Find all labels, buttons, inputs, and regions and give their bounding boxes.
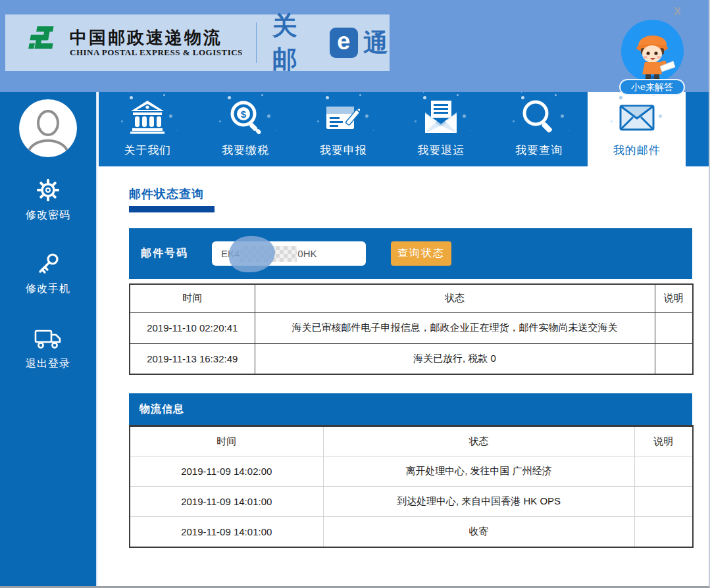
logo-title: 中国邮政速递物流 bbox=[70, 28, 243, 47]
cell-time: 2019-11-10 02:20:41 bbox=[130, 312, 255, 343]
mail-number-input[interactable]: EK4 0HK bbox=[212, 241, 366, 266]
assistant-mascot[interactable]: 小e来解答 bbox=[619, 19, 685, 95]
sparkle-dots bbox=[228, 96, 231, 99]
declare-document-icon bbox=[323, 97, 364, 137]
app-header: 中国邮政速递物流 CHINA POSTAL EXPRESS & LOGISTIC… bbox=[0, 0, 709, 92]
table-row: 2019-11-13 16:32:49 海关已放行, 税款 0 bbox=[130, 343, 693, 374]
mail-icon bbox=[617, 97, 657, 137]
cell-note bbox=[655, 343, 693, 374]
search-icon bbox=[519, 97, 559, 137]
cell-status: 收寄 bbox=[323, 517, 634, 547]
banner-divider bbox=[256, 22, 257, 63]
table-header-row: 时间 状态 说明 bbox=[130, 426, 693, 456]
cell-note bbox=[634, 517, 693, 547]
sidebar-item-change-password[interactable]: 修改密码 bbox=[26, 178, 70, 222]
table-row: 2019-11-09 14:01:00 收寄 bbox=[130, 517, 693, 547]
nav-item-declare[interactable]: 我要申报 bbox=[294, 92, 392, 166]
cell-status: 海关已放行, 税款 0 bbox=[255, 343, 655, 374]
column-header-note: 说明 bbox=[655, 284, 693, 312]
product-e-badge: e bbox=[330, 28, 358, 58]
nav-item-return-shipment[interactable]: 我要退运 bbox=[392, 92, 490, 166]
sidebar-item-label: 退出登录 bbox=[26, 357, 70, 371]
nav-item-label: 我要申报 bbox=[320, 143, 367, 158]
logistics-table: 时间 状态 说明 2019-11-09 14:02:00 离开处理中心, 发往中… bbox=[129, 425, 694, 548]
sparkle-dots bbox=[521, 96, 524, 99]
redaction-mosaic bbox=[240, 246, 297, 262]
cell-note bbox=[634, 456, 693, 487]
brand-banner: 中国邮政速递物流 CHINA POSTAL EXPRESS & LOGISTIC… bbox=[5, 14, 390, 71]
cell-status: 离开处理中心, 发往中国 广州经济 bbox=[323, 456, 634, 487]
gear-icon bbox=[36, 178, 60, 203]
user-avatar[interactable] bbox=[19, 99, 77, 157]
cell-note bbox=[655, 312, 693, 343]
column-header-status: 状态 bbox=[255, 284, 655, 312]
nav-item-query[interactable]: 我要查询 bbox=[490, 92, 588, 166]
sparkle-dots bbox=[619, 96, 622, 99]
bank-icon bbox=[127, 97, 168, 137]
app-window: 中国邮政速递物流 CHINA POSTAL EXPRESS & LOGISTIC… bbox=[0, 0, 710, 588]
logo-subtitle: CHINA POSTAL EXPRESS & LOGISTICS bbox=[70, 47, 243, 58]
mail-query-bar: 邮件号码 EK4 0HK 查询状态 bbox=[129, 228, 692, 279]
nav-item-label: 我要退运 bbox=[417, 143, 465, 158]
logo-text: 中国邮政速递物流 CHINA POSTAL EXPRESS & LOGISTIC… bbox=[70, 28, 243, 58]
sidebar-item-label: 修改密码 bbox=[26, 208, 70, 222]
mascot-caption-badge: 小e来解答 bbox=[619, 79, 685, 95]
table-row: 2019-11-09 14:01:00 到达处理中心, 来自中国香港 HK OP… bbox=[130, 487, 693, 517]
top-navigation: 关于我们 $ 我要缴税 bbox=[99, 92, 709, 166]
customs-status-table: 时间 状态 说明 2019-11-10 02:20:41 海关已审核邮件电子申报… bbox=[129, 283, 694, 375]
cell-status: 海关已审核邮件电子申报信息，邮政企业正在理货，邮件实物尚未送交海关 bbox=[255, 312, 655, 343]
cell-time: 2019-11-13 16:32:49 bbox=[130, 343, 255, 374]
tax-magnifier-icon: $ bbox=[225, 97, 266, 137]
title-underline bbox=[129, 206, 215, 212]
nav-item-label: 我的邮件 bbox=[613, 143, 661, 158]
sidebar-item-label: 修改手机 bbox=[26, 282, 70, 296]
column-header-time: 时间 bbox=[130, 426, 323, 456]
nav-item-label: 我要缴税 bbox=[222, 143, 269, 158]
key-icon bbox=[36, 251, 60, 276]
sparkle-dots bbox=[326, 96, 329, 99]
nav-item-label: 我要查询 bbox=[515, 143, 563, 158]
column-header-status: 状态 bbox=[323, 426, 634, 456]
cell-status: 到达处理中心, 来自中国香港 HK OPS bbox=[323, 487, 634, 517]
sidebar-item-change-phone[interactable]: 修改手机 bbox=[26, 251, 70, 296]
page-title: 邮件状态查询 bbox=[129, 186, 709, 202]
cell-time: 2019-11-09 14:01:00 bbox=[130, 487, 323, 517]
truck-icon bbox=[34, 326, 62, 351]
column-header-time: 时间 bbox=[130, 284, 255, 312]
product-name-left: 关邮 bbox=[272, 9, 324, 76]
mail-number-suffix: 0HK bbox=[297, 248, 317, 259]
nav-item-pay-tax[interactable]: $ 我要缴税 bbox=[197, 92, 295, 166]
column-header-note: 说明 bbox=[634, 426, 693, 456]
table-header-row: 时间 状态 说明 bbox=[130, 284, 693, 312]
sparkle-dots bbox=[130, 96, 133, 99]
nav-item-about-us[interactable]: 关于我们 bbox=[99, 92, 197, 166]
cell-time: 2019-11-09 14:02:00 bbox=[130, 456, 323, 487]
svg-text:$: $ bbox=[241, 109, 247, 120]
mail-number-label: 邮件号码 bbox=[141, 247, 188, 260]
china-post-emblem-icon bbox=[25, 26, 62, 60]
product-name-right: 通 bbox=[363, 26, 390, 60]
nav-item-label: 关于我们 bbox=[124, 143, 171, 158]
main-content: 邮件状态查询 邮件号码 EK4 0HK 查询状态 时间 状态 说明 bbox=[99, 166, 709, 586]
query-status-button[interactable]: 查询状态 bbox=[391, 241, 451, 266]
sidebar: 修改密码 修改手机 退出登录 bbox=[0, 92, 97, 586]
table-row: 2019-11-09 14:02:00 离开处理中心, 发往中国 广州经济 bbox=[130, 456, 693, 487]
table-row: 2019-11-10 02:20:41 海关已审核邮件电子申报信息，邮政企业正在… bbox=[130, 312, 693, 343]
sidebar-item-logout[interactable]: 退出登录 bbox=[26, 326, 70, 371]
nav-item-my-mail[interactable]: 我的邮件 bbox=[588, 92, 686, 166]
product-logo: 关邮 e 通 bbox=[272, 9, 390, 76]
cell-note bbox=[634, 487, 693, 517]
mail-number-prefix: EK4 bbox=[221, 248, 240, 259]
cell-time: 2019-11-09 14:01:00 bbox=[130, 517, 323, 547]
return-mail-icon bbox=[420, 97, 461, 137]
close-button[interactable]: X bbox=[674, 7, 681, 17]
logistics-section-header: 物流信息 bbox=[129, 393, 692, 425]
